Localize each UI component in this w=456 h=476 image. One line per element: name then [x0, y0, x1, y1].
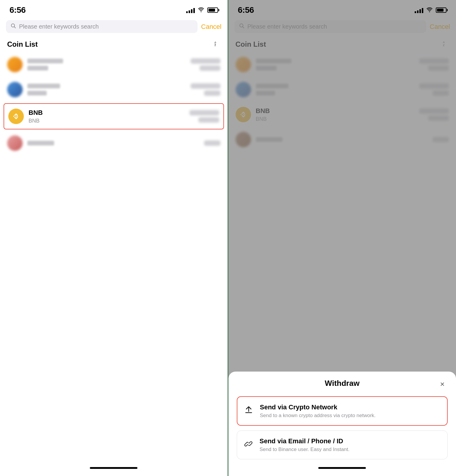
coin-value-blurred	[191, 58, 220, 71]
list-item[interactable]	[0, 131, 228, 156]
svg-line-1	[14, 27, 16, 28]
search-placeholder-left: Please enter keywords search	[19, 23, 99, 30]
coin-avatar-blurred	[7, 57, 23, 72]
bnb-list-item[interactable]: BNB BNB	[4, 103, 224, 129]
coin-symbol-blurred	[27, 91, 47, 95]
send-email-text: Send via Email / Phone / ID Send to Bina…	[260, 437, 442, 452]
bnb-info: BNB BNB	[29, 109, 185, 124]
right-panel: 6:56	[228, 0, 456, 476]
home-indicator-left	[0, 464, 228, 476]
bnb-avatar	[8, 109, 24, 124]
home-bar-right	[318, 467, 366, 469]
withdraw-modal: Withdraw × Send via Crypto Network Send …	[228, 372, 456, 476]
cancel-button-left[interactable]: Cancel	[201, 23, 221, 31]
search-container-left: Please enter keywords search Cancel	[0, 18, 228, 35]
upload-icon	[243, 405, 254, 416]
coin-info-blurred	[27, 141, 199, 145]
modal-title: Withdraw	[325, 379, 360, 388]
coin-name-blurred	[27, 84, 60, 88]
coin-list-left: BNB BNB	[0, 52, 228, 464]
send-email-title: Send via Email / Phone / ID	[260, 437, 442, 445]
home-indicator-right	[228, 464, 456, 476]
svg-text:Z: Z	[214, 44, 216, 47]
list-item[interactable]	[0, 52, 228, 77]
coin-name-blurred	[27, 141, 54, 145]
coin-avatar-blurred	[7, 135, 23, 151]
search-bar-left[interactable]: Please enter keywords search	[6, 20, 198, 33]
wifi-icon-left	[198, 7, 204, 14]
send-crypto-text: Send via Crypto Network Send to a known …	[260, 403, 441, 419]
coin-list-title-left: Coin List	[7, 40, 38, 48]
send-crypto-title: Send via Crypto Network	[260, 403, 441, 411]
coin-list-header-left: Coin List ↕ A Z	[0, 35, 228, 52]
modal-header: Withdraw ×	[237, 379, 448, 388]
time-left: 6:56	[10, 5, 26, 15]
coin-avatar-blurred	[7, 82, 23, 97]
status-bar-left: 6:56	[0, 0, 228, 18]
home-bar-left	[90, 467, 137, 469]
bnb-symbol: BNB	[29, 118, 185, 124]
left-panel: 6:56	[0, 0, 228, 476]
link-icon	[243, 439, 254, 450]
coin-value-blurred	[204, 140, 220, 146]
svg-text:A: A	[214, 41, 216, 44]
list-item[interactable]	[0, 77, 228, 102]
bnb-name: BNB	[29, 109, 185, 117]
coin-info-blurred	[27, 84, 186, 95]
coin-info-blurred	[27, 59, 186, 71]
coin-value-blurred	[191, 83, 220, 96]
modal-close-button[interactable]: ×	[437, 379, 448, 389]
modal-overlay: Withdraw × Send via Crypto Network Send …	[228, 0, 456, 476]
send-crypto-desc: Send to a known crypto address via crypt…	[260, 413, 441, 419]
coin-symbol-blurred	[27, 66, 48, 71]
bnb-value	[189, 110, 219, 123]
send-email-desc: Send to Binance user. Easy and Instant.	[260, 447, 442, 452]
send-email-phone-option[interactable]: Send via Email / Phone / ID Send to Bina…	[237, 430, 448, 459]
sort-icon-left[interactable]: ↕ A Z	[214, 40, 220, 48]
search-icon-left	[11, 23, 16, 30]
send-crypto-network-option[interactable]: Send via Crypto Network Send to a known …	[237, 396, 448, 426]
signal-icon-left	[186, 7, 195, 13]
coin-name-blurred	[27, 59, 63, 63]
battery-icon-left	[207, 7, 218, 13]
status-icons-left	[186, 7, 218, 14]
